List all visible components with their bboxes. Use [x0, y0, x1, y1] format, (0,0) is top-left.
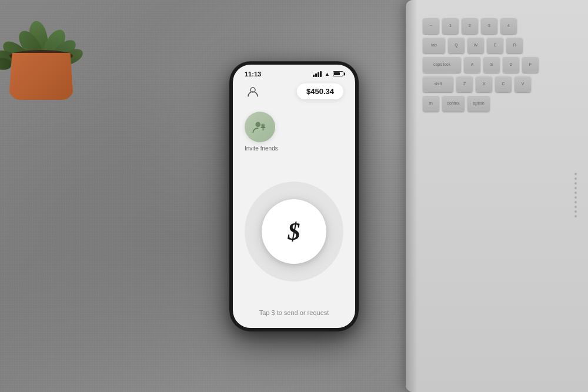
- key-capslock[interactable]: caps lock: [423, 56, 461, 73]
- signal-bar-1: [313, 75, 315, 77]
- laptop: ~ 1 2 3 4 tab: [382, 0, 588, 392]
- phone-body: 11:13 ▲: [229, 61, 359, 331]
- dollar-symbol: $: [288, 217, 300, 246]
- balance-amount: $450.34: [306, 87, 334, 96]
- tap-hint-text: Tap $ to send or request: [259, 309, 329, 316]
- outer-circle: $: [245, 182, 343, 282]
- tap-hint: Tap $ to send or request: [233, 300, 355, 328]
- svg-point-1: [255, 122, 260, 127]
- battery-icon: [333, 71, 343, 76]
- status-icons: ▲: [313, 71, 343, 77]
- speaker-grille: [572, 173, 579, 220]
- battery-fill: [334, 72, 340, 75]
- key-s[interactable]: S: [483, 56, 500, 73]
- invite-label: Invite friends: [245, 145, 278, 152]
- speaker-hole: [574, 215, 577, 217]
- key-row-2: tab Q W E R: [420, 37, 576, 53]
- signal-bar-4: [320, 71, 322, 77]
- speaker-hole: [574, 201, 577, 203]
- laptop-body: ~ 1 2 3 4 tab: [406, 0, 588, 392]
- signal-bars-icon: [313, 71, 322, 77]
- status-bar: 11:13 ▲: [233, 65, 355, 81]
- laptop-edge-shadow: [406, 0, 417, 392]
- key-d[interactable]: D: [503, 56, 519, 73]
- key-tilde[interactable]: ~: [423, 18, 439, 34]
- key-a[interactable]: A: [464, 56, 480, 73]
- key-w[interactable]: W: [467, 37, 484, 53]
- key-4[interactable]: 4: [500, 18, 517, 34]
- key-control[interactable]: control: [442, 95, 465, 112]
- key-option[interactable]: option: [467, 95, 490, 112]
- speaker-hole: [574, 196, 577, 199]
- key-row-3: caps lock A S D F: [420, 56, 576, 73]
- speaker-hole: [574, 187, 577, 189]
- key-v[interactable]: V: [514, 76, 531, 92]
- key-row-4: shift Z X C V: [420, 76, 576, 92]
- main-action-area: $: [233, 170, 355, 293]
- wifi-icon: ▲: [325, 71, 330, 77]
- key-x[interactable]: X: [476, 76, 492, 92]
- key-e[interactable]: E: [487, 37, 503, 53]
- key-row-5: fn control option: [420, 95, 576, 112]
- screen-content: 11:13 ▲: [233, 65, 355, 328]
- signal-bar-3: [318, 72, 319, 77]
- phone-screen: 11:13 ▲: [233, 65, 355, 328]
- speaker-hole: [574, 177, 577, 180]
- keyboard: ~ 1 2 3 4 tab: [420, 18, 576, 115]
- app-header: $450.34: [233, 81, 355, 106]
- dollar-button[interactable]: $: [262, 199, 326, 264]
- plant-pot: [9, 53, 74, 100]
- speaker-hole: [574, 210, 577, 213]
- key-fn[interactable]: fn: [423, 95, 439, 112]
- phone: 11:13 ▲: [229, 61, 359, 331]
- speaker-hole: [574, 192, 577, 194]
- key-shift[interactable]: shift: [423, 76, 453, 92]
- key-2[interactable]: 2: [462, 18, 478, 34]
- invite-section: Invite friends: [233, 106, 355, 158]
- key-f[interactable]: F: [522, 56, 539, 73]
- key-row-1: ~ 1 2 3 4: [420, 18, 576, 34]
- speaker-hole: [574, 206, 577, 208]
- key-q[interactable]: Q: [448, 37, 465, 53]
- invite-avatar[interactable]: [245, 112, 275, 142]
- plant-decoration: [0, 0, 100, 100]
- signal-bar-2: [315, 73, 317, 77]
- key-z[interactable]: Z: [456, 76, 473, 92]
- speaker-hole: [574, 182, 577, 185]
- key-c[interactable]: C: [495, 76, 512, 92]
- status-time: 11:13: [245, 71, 261, 78]
- key-1[interactable]: 1: [442, 18, 459, 34]
- key-3[interactable]: 3: [481, 18, 497, 34]
- profile-icon[interactable]: [245, 83, 261, 100]
- key-r[interactable]: R: [506, 37, 523, 53]
- key-tab[interactable]: tab: [423, 37, 445, 53]
- balance-display[interactable]: $450.34: [297, 83, 343, 99]
- speaker-hole: [574, 173, 577, 175]
